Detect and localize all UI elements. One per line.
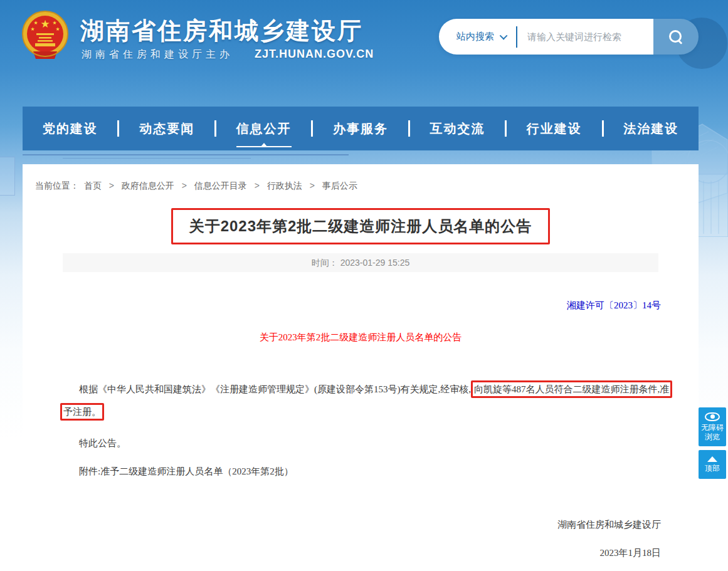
document-closing: 特此公告。 xyxy=(60,437,661,449)
nav-item-interaction[interactable]: 互动交流 xyxy=(410,120,505,137)
site-title[interactable]: 湖南省住房和城乡建设厅 xyxy=(80,15,363,47)
breadcrumb-item-post-publicity[interactable]: 事后公示 xyxy=(322,181,357,191)
annotation-box-highlight-1: 向凯旋等487名人员符合二级建造师注册条件,准 xyxy=(471,380,672,398)
annotation-box-title: 关于2023年第2批二级建造师注册人员名单的公告 xyxy=(171,208,551,244)
search-icon xyxy=(669,30,683,44)
nav-item-party-building[interactable]: 党的建设 xyxy=(23,120,117,137)
svg-text:★: ★ xyxy=(33,20,38,26)
main-nav: 党的建设 动态要闻 信息公开 办事服务 互动交流 行业建设 法治建设 xyxy=(23,107,699,150)
accessibility-label-line2: 浏览 xyxy=(705,432,720,442)
breadcrumb-separator: > xyxy=(182,181,187,191)
publish-time-bar: 时间： 2023-01-29 15:25 xyxy=(63,253,658,272)
nav-item-industry[interactable]: 行业建设 xyxy=(507,120,601,137)
nav-item-label: 办事服务 xyxy=(333,120,388,137)
nav-item-label: 党的建设 xyxy=(43,120,98,137)
site-url: ZJT.HUNAN.GOV.CN xyxy=(255,48,374,61)
svg-text:★: ★ xyxy=(55,26,60,32)
svg-text:★: ★ xyxy=(30,26,34,32)
search-input[interactable] xyxy=(527,31,653,42)
document-signature: 湖南省住房和城乡建设厅 xyxy=(60,519,661,531)
search-scope-select[interactable]: 站内搜索 xyxy=(439,31,516,43)
nav-item-news[interactable]: 动态要闻 xyxy=(119,120,214,137)
nav-item-label: 行业建设 xyxy=(527,120,582,137)
page-title: 关于2023年第2批二级建造师注册人员名单的公告 xyxy=(173,210,549,243)
annotation-box-highlight-2: 予注册。 xyxy=(60,403,104,421)
svg-text:★: ★ xyxy=(40,18,50,30)
nav-item-services[interactable]: 办事服务 xyxy=(313,120,408,137)
breadcrumb-item-info-catalog[interactable]: 信息公开目录 xyxy=(194,181,247,191)
chevron-down-icon xyxy=(500,32,508,40)
nav-item-info-disclosure[interactable]: 信息公开 xyxy=(216,120,311,137)
breadcrumb-separator: > xyxy=(310,181,315,191)
time-label: 时间： xyxy=(312,258,338,268)
search-button[interactable] xyxy=(653,19,699,55)
eye-icon xyxy=(705,412,720,421)
background-art-line xyxy=(23,154,349,155)
nav-item-label: 法治建设 xyxy=(623,120,678,137)
nav-item-label: 信息公开 xyxy=(236,120,292,137)
breadcrumb: 当前位置： 首页 > 政府信息公开 > 信息公开目录 > 行政执法 > 事后公示 xyxy=(23,164,699,192)
nav-item-label: 动态要闻 xyxy=(139,120,194,137)
document-paragraph: 根据《中华人民共和国建筑法》《注册建造师管理规定》(原建设部令第153号)有关规… xyxy=(60,380,661,421)
accessibility-button[interactable]: 无障碍 浏览 xyxy=(699,407,726,446)
time-value: 2023-01-29 15:25 xyxy=(340,258,410,268)
svg-text:★: ★ xyxy=(52,20,56,26)
paragraph-lead: 根据《中华人民共和国建筑法》《注册建造师管理规定》(原建设部令第153号)有关规… xyxy=(79,384,471,394)
document-number[interactable]: 湘建许可〔2023〕14号 xyxy=(60,300,661,312)
document-date: 2023年1月18日 xyxy=(60,547,661,559)
back-to-top-button[interactable]: 顶部 xyxy=(699,450,726,479)
accessibility-label-line1: 无障碍 xyxy=(701,423,724,432)
breadcrumb-item-law-enforcement[interactable]: 行政执法 xyxy=(267,181,302,191)
attachment-link[interactable]: 附件:准予二级建造师注册人员名单（2023年第2批） xyxy=(60,466,661,478)
breadcrumb-separator: > xyxy=(109,181,114,191)
site-banner: ★ ★ ★ ★ ★ 湖南省住房和城乡建设厅 湖南省住房和建设厅主办 ZJT.HU… xyxy=(0,0,728,103)
document-body: 湘建许可〔2023〕14号 关于2023年第2批二级建造师注册人员名单的公告 根… xyxy=(23,300,699,559)
breadcrumb-item-home[interactable]: 首页 xyxy=(84,181,102,191)
breadcrumb-item-gov-info[interactable]: 政府信息公开 xyxy=(122,181,174,191)
nav-item-rule-of-law[interactable]: 法治建设 xyxy=(604,120,699,137)
background-art-line xyxy=(63,158,251,159)
site-search[interactable]: 站内搜索 xyxy=(439,19,699,55)
background-art-building xyxy=(0,157,15,196)
back-to-top-label: 顶部 xyxy=(705,464,720,473)
document-title: 关于2023年第2批二级建造师注册人员名单的公告 xyxy=(60,332,661,343)
up-arrow-icon xyxy=(707,456,717,462)
breadcrumb-separator: > xyxy=(255,181,260,191)
search-scope-label: 站内搜索 xyxy=(456,31,494,43)
breadcrumb-label: 当前位置： xyxy=(35,181,79,191)
main-content: 当前位置： 首页 > 政府信息公开 > 信息公开目录 > 行政执法 > 事后公示… xyxy=(23,164,699,571)
nav-item-label: 互动交流 xyxy=(430,120,485,137)
national-emblem-logo: ★ ★ ★ ★ ★ xyxy=(21,9,70,65)
search-divider xyxy=(516,26,517,48)
site-subtitle: 湖南省住房和建设厅主办 xyxy=(82,48,233,61)
